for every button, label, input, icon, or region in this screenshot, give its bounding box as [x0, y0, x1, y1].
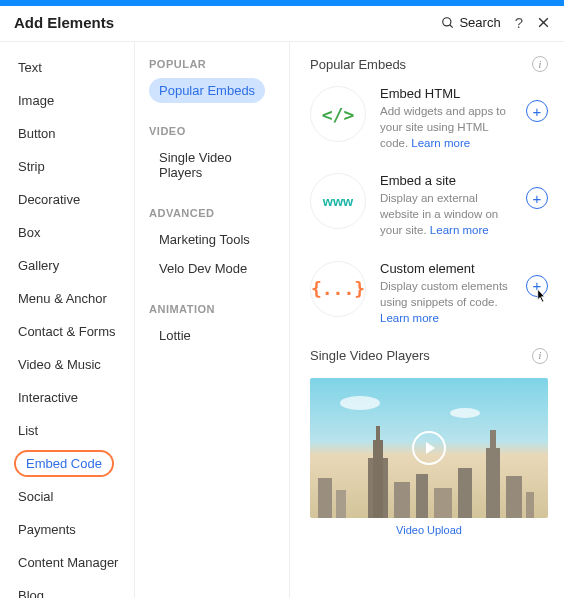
embed-option: </>Embed HTMLAdd widgets and apps to you…: [310, 86, 548, 151]
search-label: Search: [459, 15, 500, 30]
header-actions: Search ?: [441, 14, 550, 31]
add-button[interactable]: +: [526, 100, 548, 122]
add-button[interactable]: +: [526, 187, 548, 209]
embed-text: Embed HTMLAdd widgets and apps to your s…: [380, 86, 512, 151]
video-caption[interactable]: Video Upload: [310, 524, 548, 536]
panel-header: Add Elements Search ?: [0, 6, 564, 42]
sidebar-item[interactable]: Blog: [14, 582, 48, 598]
subcategory-list: POPULARPopular EmbedsVIDEOSingle Video P…: [135, 42, 290, 598]
svg-point-0: [443, 17, 451, 25]
sidebar-item[interactable]: Content Manager: [14, 549, 122, 576]
close-icon[interactable]: [537, 16, 550, 29]
embed-glyph-icon: </>: [310, 86, 366, 142]
learn-more-link[interactable]: Learn more: [380, 312, 439, 324]
sidebar-item[interactable]: Interactive: [14, 384, 82, 411]
video-thumbnail[interactable]: [310, 378, 548, 518]
panel-title: Add Elements: [14, 14, 114, 31]
sidebar-item[interactable]: Text: [14, 54, 46, 81]
section-title: Popular Embeds: [310, 57, 406, 72]
sidebar-item[interactable]: Video & Music: [14, 351, 105, 378]
sidebar-item[interactable]: Social: [14, 483, 57, 510]
section-header-video: Single Video Players i: [310, 348, 548, 364]
subnav-group-heading: POPULAR: [149, 58, 279, 70]
section-title: Single Video Players: [310, 348, 430, 363]
panel-body: TextImageButtonStripDecorativeBoxGallery…: [0, 42, 564, 598]
embeds-list: </>Embed HTMLAdd widgets and apps to you…: [310, 86, 548, 326]
embed-option: {...}Custom elementDisplay custom elemen…: [310, 261, 548, 326]
embed-description: Add widgets and apps to your site using …: [380, 103, 512, 151]
cursor-icon: [531, 286, 549, 309]
sidebar-item[interactable]: Embed Code: [14, 450, 114, 477]
subnav-group-heading: ANIMATION: [149, 303, 279, 315]
sidebar-item[interactable]: Strip: [14, 153, 49, 180]
search-button[interactable]: Search: [441, 15, 500, 30]
embed-text: Custom elementDisplay custom elements us…: [380, 261, 512, 326]
embed-option: wwwEmbed a siteDisplay an external websi…: [310, 173, 548, 238]
sidebar-item[interactable]: Decorative: [14, 186, 84, 213]
subnav-group-heading: VIDEO: [149, 125, 279, 137]
sidebar-item[interactable]: Contact & Forms: [14, 318, 120, 345]
embed-glyph-icon: {...}: [310, 261, 366, 317]
sidebar-item[interactable]: Button: [14, 120, 60, 147]
play-icon: [412, 431, 446, 465]
content-pane: Popular Embeds i </>Embed HTMLAdd widget…: [290, 42, 564, 598]
sidebar-item[interactable]: List: [14, 417, 42, 444]
embed-glyph-icon: www: [310, 173, 366, 229]
sidebar-item[interactable]: Image: [14, 87, 58, 114]
embed-description: Display custom elements using snippets o…: [380, 278, 512, 326]
subnav-group-heading: ADVANCED: [149, 207, 279, 219]
info-icon[interactable]: i: [532, 348, 548, 364]
add-button[interactable]: +: [526, 275, 548, 297]
sidebar-item[interactable]: Gallery: [14, 252, 63, 279]
search-icon: [441, 16, 455, 30]
subnav-item[interactable]: Single Video Players: [149, 145, 279, 185]
svg-line-1: [450, 24, 453, 27]
embed-text: Embed a siteDisplay an external website …: [380, 173, 512, 238]
sidebar-item[interactable]: Menu & Anchor: [14, 285, 111, 312]
learn-more-link[interactable]: Learn more: [411, 137, 470, 149]
help-icon[interactable]: ?: [515, 14, 523, 31]
sidebar-item[interactable]: Payments: [14, 516, 80, 543]
embed-title: Embed a site: [380, 173, 512, 188]
section-header-popular: Popular Embeds i: [310, 56, 548, 72]
subnav-item[interactable]: Velo Dev Mode: [149, 256, 257, 281]
subnav-item[interactable]: Popular Embeds: [149, 78, 265, 103]
info-icon[interactable]: i: [532, 56, 548, 72]
embed-title: Embed HTML: [380, 86, 512, 101]
subnav-item[interactable]: Marketing Tools: [149, 227, 260, 252]
sidebar-item[interactable]: Box: [14, 219, 44, 246]
category-sidebar: TextImageButtonStripDecorativeBoxGallery…: [0, 42, 135, 598]
embed-description: Display an external website in a window …: [380, 190, 512, 238]
subnav-item[interactable]: Lottie: [149, 323, 201, 348]
embed-title: Custom element: [380, 261, 512, 276]
learn-more-link[interactable]: Learn more: [430, 224, 489, 236]
